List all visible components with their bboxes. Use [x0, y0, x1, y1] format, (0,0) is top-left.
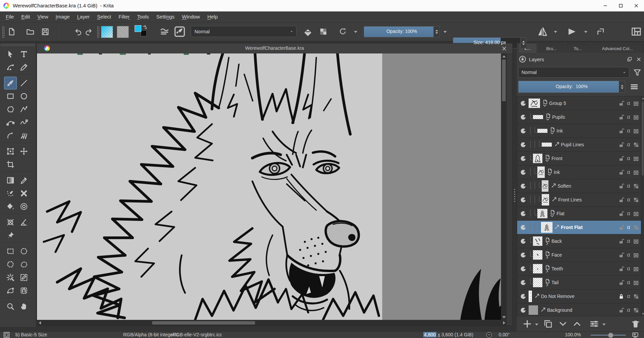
docker-lock-icon[interactable] [519, 55, 526, 63]
layer-lock-icon[interactable] [617, 141, 625, 148]
layer-passthrough-icon[interactable] [632, 279, 640, 286]
tool-fill-tool[interactable] [4, 200, 17, 213]
layer-thumbnail[interactable] [533, 250, 542, 260]
layer-alpha-inherit-icon[interactable]: α [625, 142, 632, 148]
group-collapsed-icon[interactable] [544, 237, 550, 245]
layer-opacity-spinner[interactable] [619, 81, 625, 92]
layer-lock-icon[interactable] [617, 127, 625, 135]
horizontal-scroll-thumb[interactable] [152, 321, 255, 325]
tool-similar-color-select-tool[interactable] [17, 271, 30, 284]
docker-tab-bru[interactable]: Bru... [538, 44, 565, 53]
layer-row-front-flat[interactable]: Front Flatα [517, 221, 641, 234]
layer-alpha-inherit-icon[interactable]: α [625, 293, 632, 299]
layer-name[interactable]: Front Flat [561, 225, 617, 230]
tool-calligraphy-tool[interactable] [17, 61, 30, 74]
move-layer-up-button[interactable] [571, 318, 583, 330]
layer-alpha-inherit-icon[interactable]: α [625, 100, 632, 106]
menu-item-edit[interactable]: Edit [17, 11, 34, 22]
layer-row-face[interactable]: Faceα [517, 248, 641, 262]
layer-thumbnail[interactable] [529, 305, 538, 315]
mirror-options-arrow[interactable] [554, 31, 557, 33]
layer-passthrough-icon[interactable] [632, 127, 640, 135]
eraser-mode-button[interactable] [302, 26, 314, 37]
group-collapsed-icon[interactable] [544, 278, 550, 287]
layer-alpha-lock-icon[interactable] [632, 224, 640, 231]
layer-name[interactable]: Ink [557, 128, 617, 134]
tool-freehand-select-tool[interactable] [17, 258, 30, 271]
layer-visibility-icon[interactable] [520, 238, 527, 245]
layer-row-pupil-lines[interactable]: Pupil Linesα [517, 138, 641, 152]
layer-scroll-down[interactable] [642, 313, 644, 314]
layer-thumbnail[interactable] [537, 209, 547, 218]
layer-name[interactable]: Front Lines [558, 197, 617, 202]
layer-visibility-icon[interactable] [520, 252, 527, 258]
swap-colors-icon[interactable] [142, 24, 147, 30]
layer-thumbnail[interactable] [537, 166, 545, 178]
toolbox-docker-handle[interactable] [0, 43, 36, 47]
layer-passthrough-icon[interactable] [632, 265, 640, 272]
tool-reference-images-tool[interactable] [4, 229, 17, 242]
menu-item-view[interactable]: View [34, 11, 52, 22]
layer-thumbnail[interactable] [542, 194, 549, 205]
layer-alpha-inherit-icon[interactable]: α [625, 211, 632, 217]
layer-thumbnail[interactable] [542, 223, 552, 232]
layer-passthrough-icon[interactable] [632, 113, 640, 121]
tool-rectangle-tool[interactable] [4, 90, 17, 103]
layer-name[interactable]: Tail [551, 280, 617, 285]
brush-editor-button[interactable] [173, 25, 186, 38]
workspace-chooser-button[interactable] [630, 26, 643, 38]
float-docker-icon[interactable] [627, 57, 632, 62]
layer-passthrough-icon[interactable] [632, 168, 640, 176]
layer-alpha-inherit-icon[interactable]: α [625, 114, 632, 120]
tool-transform-tool[interactable] [4, 145, 17, 158]
menu-item-select[interactable]: Select [94, 11, 115, 22]
color-profile-label[interactable]: sRGB-elle-V2-srgbtrc.icc [170, 332, 222, 337]
layer-alpha-inherit-icon[interactable]: α [625, 169, 632, 175]
new-document-button[interactable] [6, 26, 17, 37]
layer-visibility-icon[interactable] [520, 224, 527, 231]
layer-name[interactable]: Back [551, 238, 617, 244]
scroll-up-button[interactable] [501, 53, 507, 59]
menu-item-tools[interactable]: Tools [134, 11, 153, 22]
docker-tab-to[interactable]: To... [566, 44, 589, 53]
layer-row-teeth[interactable]: Teethα [517, 262, 641, 276]
layer-alpha-inherit-icon[interactable]: α [625, 128, 632, 134]
paint-layer-icon[interactable] [534, 293, 540, 299]
save-button[interactable] [40, 26, 50, 37]
snap-options-arrow[interactable] [584, 31, 587, 33]
menu-item-help[interactable]: Help [204, 11, 221, 22]
layer-name[interactable]: Teeth [551, 266, 617, 271]
scroll-down-button[interactable] [501, 314, 507, 320]
tool-pan-tool[interactable] [17, 300, 30, 313]
layer-row-flat[interactable]: Flatα [517, 207, 641, 221]
layer-alpha-inherit-icon[interactable]: α [625, 266, 632, 272]
group-expanded-icon[interactable] [549, 127, 555, 135]
zoom-value[interactable]: 100.0% [565, 332, 581, 337]
opacity-slider[interactable]: Opacity: 100% [364, 26, 440, 37]
move-layer-down-button[interactable] [557, 318, 569, 330]
tool-crop-tool[interactable] [4, 158, 17, 171]
tool-ellipse-tool[interactable] [17, 90, 30, 103]
layer-alpha-lock-icon[interactable] [632, 182, 640, 190]
gradient-chooser[interactable] [101, 26, 113, 38]
scroll-left-button[interactable] [37, 320, 42, 326]
layer-lock-icon[interactable] [617, 168, 625, 176]
paint-layer-icon[interactable] [553, 142, 560, 148]
layer-name[interactable]: Background [547, 307, 617, 313]
layer-properties-button[interactable] [588, 318, 600, 330]
group-expanded-icon[interactable] [549, 210, 555, 218]
layer-name[interactable]: Pupils [552, 114, 617, 120]
docker-tab-advancedcol[interactable]: Advanced Col... [591, 44, 644, 53]
maximize-button[interactable] [613, 0, 629, 11]
layer-alpha-inherit-icon[interactable]: α [625, 252, 632, 258]
opacity-options-arrow[interactable] [443, 31, 447, 33]
tool-text-tool[interactable] [17, 48, 30, 61]
menu-item-window[interactable]: Window [178, 11, 204, 22]
tool-gradient-tool[interactable] [4, 174, 17, 187]
tool-elliptical-select-tool[interactable] [17, 245, 30, 258]
tool-magnetic-select-tool[interactable] [17, 284, 30, 297]
reload-preset-button[interactable] [337, 26, 349, 37]
layer-row-group-5[interactable]: Group 5α [517, 97, 641, 110]
tool-color-picker-tool[interactable] [17, 174, 30, 187]
tool-polygon-tool[interactable] [4, 103, 17, 116]
